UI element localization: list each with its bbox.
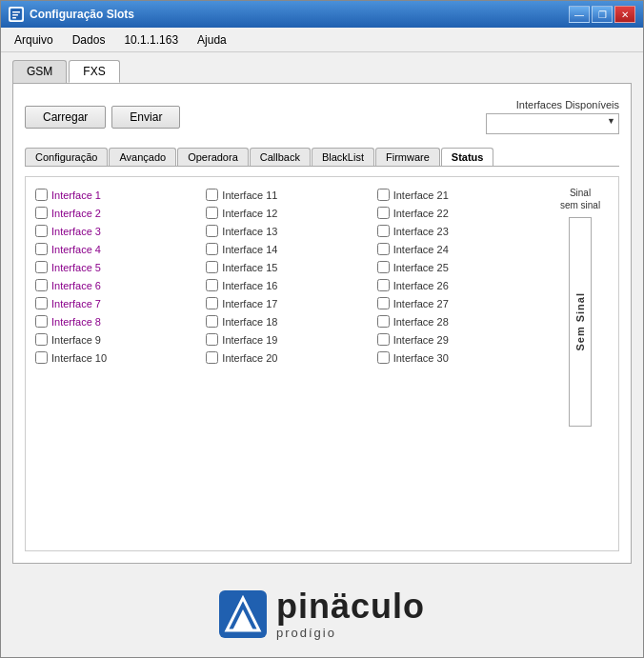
- list-item: Interface 3: [35, 223, 202, 239]
- interface-checkbox[interactable]: [206, 189, 218, 201]
- interface-label[interactable]: Interface 8: [51, 316, 101, 328]
- interface-checkbox[interactable]: [377, 261, 390, 273]
- interface-label[interactable]: Interface 5: [51, 262, 101, 273]
- interface-checkbox[interactable]: [35, 351, 48, 364]
- interface-checkbox[interactable]: [206, 207, 218, 219]
- interface-label: Interface 21: [393, 189, 449, 201]
- interface-checkbox[interactable]: [206, 261, 218, 273]
- interface-checkbox[interactable]: [206, 243, 218, 255]
- list-item: Interface 30: [377, 349, 544, 366]
- tab-firmware[interactable]: Firmware: [375, 148, 440, 166]
- tab-operadora[interactable]: Operadora: [177, 148, 249, 166]
- interface-checkbox[interactable]: [35, 261, 48, 273]
- list-item: Interface 19: [206, 331, 372, 348]
- list-item: Interface 6: [35, 277, 202, 293]
- interface-label: Interface 24: [393, 244, 449, 255]
- interface-label: Interface 11: [222, 189, 277, 201]
- interface-label[interactable]: Interface 7: [51, 298, 101, 309]
- signal-bar-label: Sem Sinal: [574, 292, 586, 351]
- signal-title: Sinal sem sinal: [560, 187, 600, 211]
- window-icon: [9, 7, 24, 22]
- logo-main-text: pinäculo: [276, 589, 425, 624]
- menu-bar: Arquivo Dados 10.1.1.163 Ajuda: [1, 28, 643, 52]
- list-item: Interface 8: [35, 313, 202, 329]
- list-item: Interface 22: [377, 205, 544, 221]
- interface-label[interactable]: Interface 2: [51, 208, 101, 219]
- interface-label: Interface 27: [393, 298, 449, 309]
- send-button[interactable]: Enviar: [111, 106, 180, 129]
- tab-gsm[interactable]: GSM: [12, 60, 67, 83]
- interface-label: Interface 30: [393, 352, 449, 364]
- interface-checkbox[interactable]: [35, 243, 48, 255]
- tab-callback[interactable]: Callback: [250, 148, 311, 166]
- menu-dados[interactable]: Dados: [63, 30, 115, 50]
- list-item: Interface 24: [377, 241, 544, 257]
- interface-label: Interface 12: [222, 208, 277, 219]
- interface-checkbox[interactable]: [377, 279, 390, 291]
- interface-checkbox[interactable]: [377, 333, 390, 346]
- interface-label: Interface 16: [222, 280, 277, 291]
- tab-configuracao[interactable]: Configuração: [25, 148, 108, 166]
- close-button[interactable]: ✕: [614, 6, 635, 23]
- toolbar-left: Carregar Enviar: [25, 106, 180, 129]
- interface-checkbox[interactable]: [35, 279, 48, 291]
- interface-checkbox[interactable]: [377, 225, 390, 237]
- interface-checkbox[interactable]: [377, 189, 390, 201]
- list-item: Interface 7: [35, 295, 202, 311]
- interface-checkbox[interactable]: [206, 225, 218, 237]
- interface-checkbox[interactable]: [377, 351, 390, 364]
- interface-checkbox[interactable]: [35, 315, 48, 328]
- interface-label[interactable]: Interface 3: [51, 226, 101, 237]
- tab-fxs[interactable]: FXS: [69, 60, 119, 83]
- status-panel: Interface 1Interface 11Interface 21Inter…: [25, 176, 619, 551]
- interface-checkbox[interactable]: [206, 279, 218, 291]
- interface-checkbox[interactable]: [35, 297, 48, 309]
- interface-label: Interface 15: [222, 262, 277, 273]
- interface-checkbox[interactable]: [206, 351, 218, 364]
- interface-label: Interface 29: [393, 334, 449, 346]
- content-area: GSM FXS Carregar Enviar Interfaces Dispo…: [1, 52, 643, 571]
- list-item: Interface 27: [377, 295, 544, 311]
- interfaces-select[interactable]: [486, 113, 619, 134]
- interface-checkbox[interactable]: [35, 333, 48, 346]
- load-button[interactable]: Carregar: [25, 106, 106, 129]
- window-title: Configuração Slots: [30, 8, 563, 21]
- interface-checkbox[interactable]: [377, 315, 390, 328]
- interface-label: Interface 17: [222, 298, 277, 309]
- list-item: Interface 2: [35, 205, 202, 221]
- menu-ip[interactable]: 10.1.1.163: [114, 30, 188, 50]
- list-item: Interface 26: [377, 277, 544, 293]
- interface-checkbox[interactable]: [206, 333, 218, 346]
- logo-sub-text: prodígio: [276, 626, 336, 640]
- list-item: Interface 29: [377, 331, 544, 348]
- list-item: Interface 11: [206, 187, 372, 203]
- title-bar: Configuração Slots — ❐ ✕: [1, 1, 643, 28]
- interface-label[interactable]: Interface 6: [51, 280, 101, 291]
- interface-checkbox[interactable]: [206, 315, 218, 328]
- interface-label[interactable]: Interface 1: [51, 189, 101, 201]
- interface-checkbox[interactable]: [35, 225, 48, 237]
- main-window: Configuração Slots — ❐ ✕ Arquivo Dados 1…: [0, 0, 644, 658]
- interface-label: Interface 9: [51, 334, 101, 346]
- interface-checkbox[interactable]: [206, 297, 218, 309]
- menu-ajuda[interactable]: Ajuda: [188, 30, 236, 50]
- list-item: Interface 14: [206, 241, 372, 257]
- interface-label[interactable]: Interface 4: [51, 244, 101, 255]
- tab-avancado[interactable]: Avançado: [109, 148, 176, 166]
- minimize-button[interactable]: —: [569, 6, 590, 23]
- interfaces-select-wrapper: [486, 113, 619, 134]
- menu-arquivo[interactable]: Arquivo: [5, 30, 63, 50]
- interface-checkbox[interactable]: [35, 207, 48, 219]
- toolbar-row: Carregar Enviar Interfaces Disponíveis: [25, 95, 619, 138]
- signal-panel: Sinal sem sinal Sem Sinal: [552, 187, 609, 541]
- interface-label: Interface 18: [222, 316, 277, 328]
- interface-checkbox[interactable]: [35, 189, 48, 201]
- restore-button[interactable]: ❐: [592, 6, 613, 23]
- interface-label: Interface 23: [393, 226, 449, 237]
- tab-status[interactable]: Status: [441, 148, 494, 166]
- interface-checkbox[interactable]: [377, 207, 390, 219]
- list-item: Interface 21: [377, 187, 544, 203]
- interface-checkbox[interactable]: [377, 243, 390, 255]
- tab-blacklist[interactable]: BlackList: [312, 148, 374, 166]
- interface-checkbox[interactable]: [377, 297, 390, 309]
